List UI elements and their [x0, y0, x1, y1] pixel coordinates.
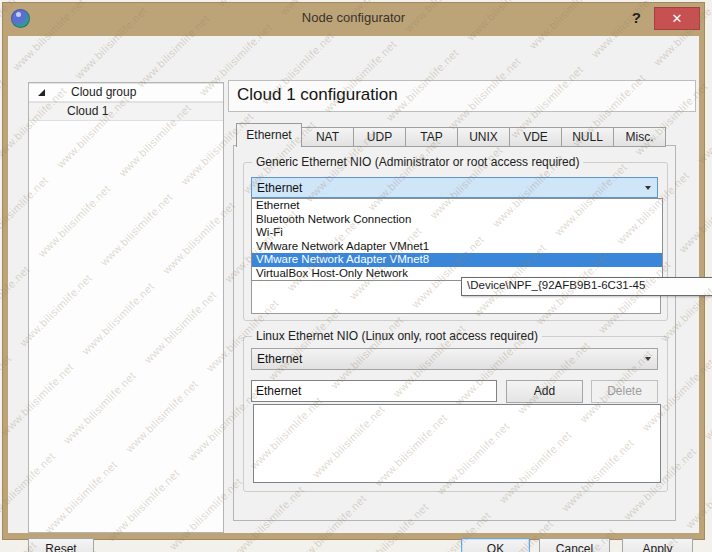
- window-title: Node configurator: [2, 10, 705, 25]
- tab-unix[interactable]: UNIX: [458, 127, 510, 147]
- node-configurator-window: Node configurator ? ✕ Cloud group Cloud …: [2, 2, 705, 540]
- device-path-tooltip: \Device\NPF_{92AFB9B1-6C31-45: [461, 277, 712, 296]
- tab-vde[interactable]: VDE: [510, 127, 562, 147]
- expand-arrow-icon[interactable]: [38, 89, 45, 96]
- linux-nio-listbox[interactable]: [253, 404, 661, 483]
- dropdown-item[interactable]: VMware Network Adapter VMnet8: [252, 253, 662, 267]
- linux-nio-group-label: Linux Ethernet NIO (Linux only, root acc…: [252, 329, 542, 343]
- help-button[interactable]: ?: [632, 9, 641, 26]
- reset-button[interactable]: Reset: [28, 538, 94, 552]
- dropdown-item[interactable]: Wi-Fi: [252, 226, 662, 240]
- add-button[interactable]: Add: [506, 380, 583, 403]
- generic-nio-group-label: Generic Ethernet NIO (Administrator or r…: [252, 155, 583, 169]
- tree-item-label: Cloud group: [29, 84, 223, 101]
- page-title: Cloud 1 configuration: [229, 81, 695, 105]
- screenshot-stage: Node configurator ? ✕ Cloud group Cloud …: [0, 0, 712, 552]
- ok-button[interactable]: OK: [461, 538, 530, 552]
- tree-item-label: Cloud 1: [29, 103, 223, 120]
- linux-nio-combobox[interactable]: Ethernet: [251, 348, 658, 370]
- delete-button: Delete: [591, 380, 658, 403]
- generic-nio-combobox[interactable]: Ethernet: [251, 177, 658, 198]
- tab-misc[interactable]: Misc.: [614, 127, 666, 147]
- tree-item-cloud-1[interactable]: Cloud 1: [29, 102, 223, 121]
- dropdown-item[interactable]: Bluetooth Network Connection: [252, 213, 662, 227]
- apply-button[interactable]: Apply: [622, 538, 693, 552]
- dialog-body: Cloud group Cloud 1 Cloud 1 configuratio…: [8, 36, 699, 533]
- dropdown-item[interactable]: Ethernet: [252, 199, 662, 213]
- tab-ethernet[interactable]: Ethernet: [236, 123, 302, 147]
- tree-item-cloud-group[interactable]: Cloud group: [29, 83, 223, 102]
- combobox-value: Ethernet: [252, 178, 657, 195]
- tab-null[interactable]: NULL: [562, 127, 614, 147]
- close-icon: ✕: [672, 11, 683, 26]
- config-header: Cloud 1 configuration: [228, 80, 696, 112]
- node-tree: Cloud group Cloud 1: [28, 82, 224, 533]
- cancel-button[interactable]: Cancel: [539, 538, 610, 552]
- tab-udp[interactable]: UDP: [354, 127, 406, 147]
- tab-nat[interactable]: NAT: [302, 127, 354, 147]
- linux-nio-input[interactable]: [251, 380, 497, 402]
- dropdown-item[interactable]: VMware Network Adapter VMnet1: [252, 240, 662, 254]
- chevron-down-icon: [645, 186, 651, 190]
- adapter-dropdown-list: Ethernet Bluetooth Network Connection Wi…: [251, 198, 663, 281]
- tab-tap[interactable]: TAP: [406, 127, 458, 147]
- tab-bar: Ethernet NAT UDP TAP UNIX VDE NULL Misc.: [236, 123, 666, 147]
- titlebar[interactable]: Node configurator ? ✕: [2, 2, 705, 36]
- chevron-down-icon: [645, 357, 651, 361]
- close-button[interactable]: ✕: [654, 7, 700, 30]
- combobox-value: Ethernet: [252, 349, 657, 366]
